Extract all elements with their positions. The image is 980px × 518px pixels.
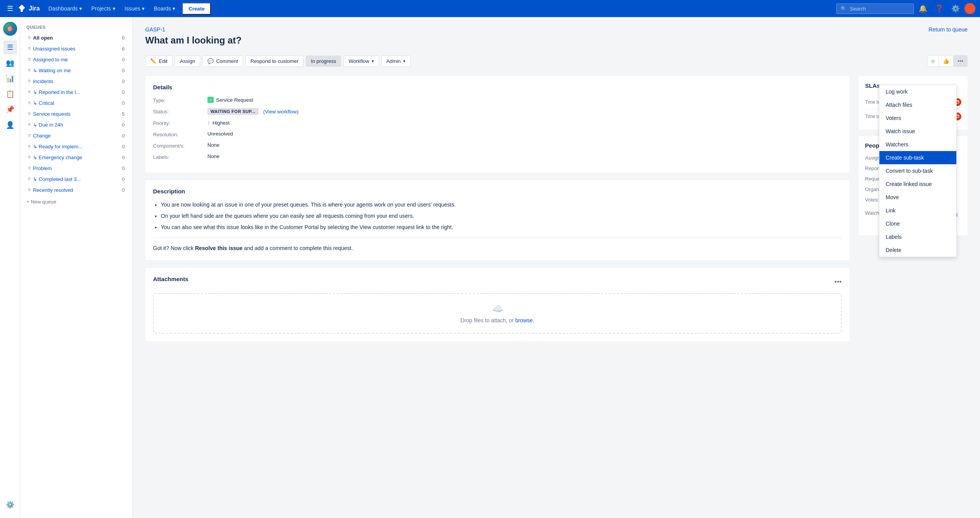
menu-item-watchers[interactable]: Watchers bbox=[879, 138, 956, 151]
customers-nav-icon[interactable]: 👥 bbox=[3, 56, 17, 70]
settings-icon[interactable]: ⚙️ bbox=[948, 2, 963, 15]
menu-item-move[interactable]: Move bbox=[879, 191, 956, 204]
sidebar-item-count: 5 bbox=[122, 111, 125, 117]
sidebar-item-due-24h[interactable]: ⠿ ↳ Due in 24h 0 bbox=[22, 120, 131, 130]
action-bar: ✏️ Edit Assign 💬 Comment Respond to cust… bbox=[145, 55, 968, 67]
components-label: Component/s: bbox=[153, 142, 207, 149]
description-bullet-2: On your left hand side are the queues wh… bbox=[161, 212, 842, 220]
attachments-card: Attachments ••• ☁️ Drop files to attach,… bbox=[145, 268, 849, 341]
kb-nav-icon[interactable]: 📋 bbox=[3, 87, 17, 101]
settings-nav-icon[interactable]: ⚙️ bbox=[3, 498, 17, 512]
sidebar-item-emergency-change[interactable]: ⠿ ↳ Emergency change 0 bbox=[22, 152, 131, 163]
sidebar-item-count: 0 bbox=[122, 78, 125, 84]
issue-id[interactable]: GASP-1 bbox=[145, 26, 242, 33]
attachments-dropzone[interactable]: ☁️ Drop files to attach, or browse. bbox=[153, 293, 842, 334]
nav-projects[interactable]: Projects▾ bbox=[87, 3, 119, 14]
project-icon[interactable]: 🎯 bbox=[3, 22, 17, 36]
sidebar-item-change[interactable]: ⠿ Change 0 bbox=[22, 130, 131, 141]
menu-item-link[interactable]: Link bbox=[879, 204, 956, 217]
sidebar-item-count: 0 bbox=[122, 187, 125, 193]
queues-nav-icon[interactable]: ☰ bbox=[3, 40, 17, 54]
menu-item-voters[interactable]: Voters bbox=[879, 111, 956, 125]
menu-item-attach-files[interactable]: Attach files bbox=[879, 98, 956, 111]
status-value: WAITING FOR SUP... (View workflow) bbox=[207, 108, 299, 115]
nav-boards[interactable]: Boards▾ bbox=[150, 3, 179, 14]
sidebar-item-count: 0 bbox=[122, 165, 125, 171]
comment-button[interactable]: 💬 Comment bbox=[202, 56, 243, 67]
sidebar-item-count: 0 bbox=[122, 68, 125, 73]
sidebar-item-problem[interactable]: ⠿ Problem 0 bbox=[22, 163, 131, 174]
menu-item-create-sub-task[interactable]: Create sub-task bbox=[879, 151, 956, 164]
sidebar-item-count: 0 bbox=[122, 133, 125, 139]
team-nav-icon[interactable]: 👤 bbox=[3, 118, 17, 132]
menu-item-labels[interactable]: Labels bbox=[879, 230, 956, 243]
new-queue-button[interactable]: + New queue bbox=[20, 196, 132, 208]
sidebar-item-recently-resolved[interactable]: ⠿ Recently resolved 0 bbox=[22, 185, 131, 195]
user-avatar[interactable] bbox=[964, 3, 975, 14]
backlog-nav-icon[interactable]: 📌 bbox=[3, 103, 17, 116]
sidebar-item-incidents[interactable]: ⠿ Incidents 0 bbox=[22, 76, 131, 87]
dropdown-menu: Log work Attach files Voters Watch issue… bbox=[879, 85, 957, 257]
sidebar-item-label: Recently resolved bbox=[33, 187, 73, 193]
sidebar-item-label: ↳ Emergency change bbox=[33, 155, 82, 160]
sidebar-item-reported-in[interactable]: ⠿ ↳ Reported in the I... 0 bbox=[22, 87, 131, 97]
menu-item-create-linked[interactable]: Create linked issue bbox=[879, 177, 956, 191]
admin-button[interactable]: Admin bbox=[381, 56, 411, 67]
nav-issues[interactable]: Issues▾ bbox=[121, 3, 148, 14]
comment-icon: 💬 bbox=[207, 58, 214, 64]
sidebar-item-assigned-to-me[interactable]: ⠿ Assigned to me 0 bbox=[22, 54, 131, 65]
icon-button-group: ⎋ 👍 ••• bbox=[927, 55, 968, 67]
search-bar[interactable]: 🔍 Search bbox=[836, 3, 914, 14]
sidebar-item-ready-for-impl[interactable]: ⠿ ↳ Ready for implem... 0 bbox=[22, 141, 131, 152]
sidebar-item-all-open[interactable]: ⠿ All open 6 bbox=[22, 33, 131, 43]
menu-item-delete[interactable]: Delete bbox=[879, 243, 956, 257]
sidebar: QUEUES ⠿ All open 6 ⠿ Unassigned issues … bbox=[20, 17, 133, 518]
share-icon-button[interactable]: ⎋ bbox=[927, 55, 939, 67]
menu-item-clone[interactable]: Clone bbox=[879, 217, 956, 230]
content-grid: Details Type: ✓ Service Request Status: … bbox=[145, 76, 968, 349]
resolution-label: Resolution: bbox=[153, 131, 207, 137]
hamburger-menu[interactable]: ☰ bbox=[5, 2, 16, 15]
type-value: ✓ Service Request bbox=[207, 97, 253, 103]
attachments-title: Attachments bbox=[153, 276, 188, 282]
reports-nav-icon[interactable]: 📊 bbox=[3, 71, 17, 85]
thumbsup-icon-button[interactable]: 👍 bbox=[939, 55, 954, 67]
create-button[interactable]: Create bbox=[182, 3, 211, 15]
sidebar-item-label: Change bbox=[33, 133, 51, 139]
status-button[interactable]: In progress bbox=[306, 56, 341, 67]
sidebar-item-critical[interactable]: ⠿ ↳ Critical 0 bbox=[22, 98, 131, 108]
browse-link[interactable]: browse. bbox=[515, 317, 534, 323]
return-to-queue-link[interactable]: Return to queue bbox=[929, 26, 968, 33]
attachments-header: Attachments ••• bbox=[153, 276, 842, 289]
menu-item-convert-sub-task[interactable]: Convert to sub-task bbox=[879, 164, 956, 177]
logo-text: Jira bbox=[29, 5, 40, 12]
attachments-more-icon[interactable]: ••• bbox=[834, 278, 842, 286]
sidebar-item-service-requests[interactable]: ⠿ Service requests 5 bbox=[22, 109, 131, 119]
sidebar-item-unassigned[interactable]: ⠿ Unassigned issues 6 bbox=[22, 43, 131, 54]
assign-button[interactable]: Assign bbox=[175, 56, 200, 67]
sidebar-item-label: Assigned to me bbox=[33, 57, 68, 63]
sidebar-item-waiting-on-me[interactable]: ⠿ ↳ Waiting on me 0 bbox=[22, 65, 131, 76]
menu-item-watch-issue[interactable]: Watch issue bbox=[879, 125, 956, 138]
jira-logo[interactable]: Jira bbox=[17, 4, 40, 13]
sidebar-item-count: 0 bbox=[122, 100, 125, 106]
menu-item-log-work[interactable]: Log work bbox=[879, 85, 956, 98]
status-badge: WAITING FOR SUP... bbox=[207, 108, 259, 115]
nav-dashboards[interactable]: Dashboards▾ bbox=[44, 3, 86, 14]
more-icon-button[interactable]: ••• bbox=[954, 55, 968, 67]
resolution-value: Unresolved bbox=[207, 131, 233, 137]
sidebar-item-label: ↳ Completed last 3... bbox=[33, 176, 81, 182]
workflow-button[interactable]: Workflow bbox=[343, 56, 379, 67]
priority-label: Priority: bbox=[153, 120, 207, 126]
sidebar-item-label: Problem bbox=[33, 165, 52, 171]
sidebar-item-completed-last-3[interactable]: ⠿ ↳ Completed last 3... 0 bbox=[22, 174, 131, 184]
help-icon[interactable]: ❓ bbox=[932, 2, 947, 15]
thumbsup-icon: 👍 bbox=[943, 58, 949, 64]
sidebar-item-count: 0 bbox=[122, 122, 125, 128]
drag-handle: ⠿ bbox=[28, 101, 31, 105]
edit-button[interactable]: ✏️ Edit bbox=[145, 56, 172, 67]
respond-button[interactable]: Respond to customer bbox=[245, 56, 304, 67]
notifications-icon[interactable]: 🔔 bbox=[916, 2, 930, 15]
drag-handle: ⠿ bbox=[28, 90, 31, 94]
view-workflow-link[interactable]: (View workflow) bbox=[263, 109, 299, 115]
